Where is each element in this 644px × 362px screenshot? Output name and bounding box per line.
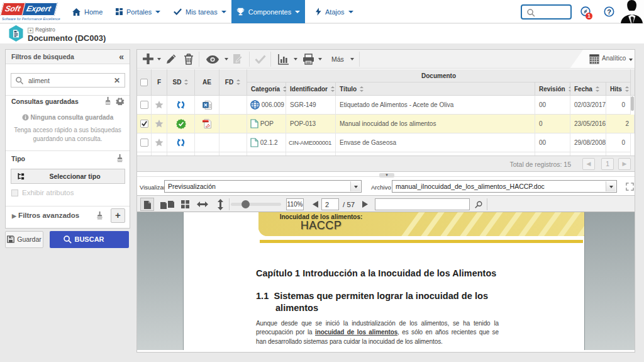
svg-text:?: ? — [607, 8, 611, 16]
svg-text:1: 1 — [587, 13, 591, 19]
